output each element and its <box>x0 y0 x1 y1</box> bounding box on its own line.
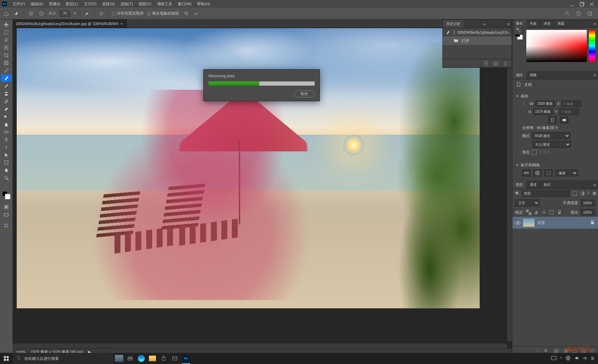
taskbar-search[interactable]: 在此键入以进行搜索 <box>13 353 113 364</box>
restore-button[interactable] <box>579 1 584 6</box>
tab-adjustments[interactable]: 调整 <box>526 71 540 79</box>
history-brush-tool[interactable] <box>1 97 11 105</box>
panel-menu-icon[interactable]: ≡ <box>592 73 598 77</box>
network-icon[interactable] <box>565 355 571 362</box>
eraser-tool[interactable] <box>1 105 11 112</box>
guides-icon[interactable] <box>544 169 553 176</box>
menu-window[interactable]: 窗口(W) <box>175 0 195 8</box>
mail-icon[interactable] <box>169 353 180 364</box>
marquee-tool[interactable] <box>1 29 11 36</box>
input-indicator-icon[interactable] <box>551 355 557 362</box>
edit-toolbar-icon[interactable]: ⋯ <box>1 185 11 190</box>
orientation-portrait[interactable] <box>548 117 557 124</box>
store-icon[interactable] <box>158 353 169 364</box>
tab-gradients[interactable]: 渐变 <box>540 19 554 27</box>
width-input[interactable] <box>535 101 555 107</box>
menu-edit[interactable]: 编辑(E) <box>28 0 46 8</box>
photoshop-taskbar-icon[interactable]: Ps <box>180 353 191 364</box>
panel-menu-icon[interactable]: ≡ <box>592 183 598 187</box>
pen-tool[interactable] <box>1 136 11 143</box>
path-select-tool[interactable] <box>1 151 11 158</box>
depth-select[interactable]: 8 位/通道 <box>533 141 571 148</box>
grid-icon[interactable] <box>533 169 542 176</box>
height-input[interactable] <box>533 109 553 115</box>
menu-view[interactable]: 视图(V) <box>136 0 154 8</box>
orientation-landscape[interactable] <box>560 117 568 124</box>
gradient-tool[interactable] <box>1 113 11 120</box>
menu-select[interactable]: 选择(S) <box>99 0 118 8</box>
minimize-button[interactable] <box>569 1 574 6</box>
quick-select-tool[interactable] <box>1 44 11 51</box>
close-button[interactable] <box>589 1 594 6</box>
type-tool[interactable]: T <box>1 143 11 151</box>
filter-pixel-icon[interactable] <box>572 191 577 196</box>
zoom-tool[interactable] <box>1 174 11 181</box>
menu-plugins[interactable]: 增效工具 <box>154 0 175 8</box>
brush-tool[interactable] <box>1 82 11 89</box>
layer-filter-input[interactable] <box>522 190 570 197</box>
cc-libraries-icon[interactable] <box>1 222 11 229</box>
rulers-section-header[interactable]: ▼标尺和网格 <box>516 163 595 168</box>
hand-tool[interactable] <box>1 166 11 174</box>
panel-menu-icon[interactable]: ≡ <box>592 22 598 26</box>
layer-row[interactable]: 背景 <box>512 217 598 229</box>
fill-swatch[interactable] <box>532 150 537 155</box>
gear-icon[interactable] <box>98 10 105 17</box>
link-icon[interactable] <box>522 101 528 107</box>
tab-layers[interactable]: 图层 <box>512 181 526 189</box>
y-input[interactable] <box>559 109 579 115</box>
filter-search-icon[interactable]: 🔍 <box>515 191 520 196</box>
menu-file[interactable]: 文件(F) <box>10 0 28 8</box>
lasso-tool[interactable] <box>1 36 11 43</box>
dodge-tool[interactable] <box>1 128 11 135</box>
menu-type[interactable]: 文字(Y) <box>81 0 100 8</box>
screen-mode-tool[interactable] <box>1 211 11 218</box>
close-icon[interactable]: × <box>120 22 123 26</box>
tab-channels[interactable]: 通道 <box>526 181 540 189</box>
start-button[interactable] <box>0 353 13 364</box>
tray-chevron-icon[interactable]: ^ <box>560 356 562 361</box>
explorer-icon[interactable] <box>147 353 158 364</box>
tab-paths[interactable]: 路径 <box>540 181 554 189</box>
volume-icon[interactable] <box>574 355 580 362</box>
taskbar-app-1[interactable] <box>113 353 125 364</box>
ime-mode[interactable]: 英 <box>591 356 595 361</box>
menu-image[interactable]: 图像(I) <box>46 0 63 8</box>
quick-mask-tool[interactable] <box>1 203 11 211</box>
lock-all-icon[interactable] <box>557 209 562 215</box>
tab-patterns[interactable]: 图案 <box>554 19 568 27</box>
shape-tool[interactable] <box>1 159 11 166</box>
new-document-icon[interactable] <box>483 61 489 66</box>
remove-tool[interactable] <box>1 74 11 82</box>
color-spectrum[interactable] <box>526 30 587 62</box>
sample-all-layers-checkbox[interactable]: 对所有图层取样 <box>112 11 144 16</box>
size-input[interactable] <box>60 10 70 17</box>
lock-pixels-icon[interactable] <box>534 209 539 215</box>
tool-preset-icon[interactable] <box>13 10 20 17</box>
crop-tool[interactable] <box>1 52 11 59</box>
menu-help[interactable]: 帮助(H) <box>194 0 213 8</box>
cancel-button[interactable]: 取消 <box>294 90 315 97</box>
filter-type-icon[interactable]: T <box>587 191 590 196</box>
opacity-input[interactable] <box>581 200 595 206</box>
filter-adjust-icon[interactable] <box>580 191 585 196</box>
color-swatch-tool[interactable] <box>1 190 11 200</box>
brush-settings-icon[interactable] <box>84 10 91 17</box>
filter-shape-icon[interactable] <box>592 191 597 196</box>
workspace-icon[interactable] <box>586 10 593 17</box>
tab-history[interactable]: 历史记录 <box>443 20 464 28</box>
trash-icon[interactable] <box>503 61 508 66</box>
menu-filter[interactable]: 滤镜(T) <box>118 0 136 8</box>
collapse-icon[interactable]: » <box>481 22 488 26</box>
home-icon[interactable] <box>3 10 10 17</box>
visibility-icon[interactable] <box>515 220 520 225</box>
move-tool[interactable] <box>1 21 11 28</box>
edge-icon[interactable] <box>136 353 147 364</box>
size-dropdown[interactable]: ▼ <box>73 12 76 15</box>
ruler-unit-select[interactable]: 像素 <box>556 169 578 176</box>
history-state[interactable]: 打开 <box>443 37 512 45</box>
tab-swatches[interactable]: 色板 <box>526 19 540 27</box>
search-icon[interactable] <box>564 10 571 17</box>
mode-select[interactable]: RGB 颜色 <box>532 132 570 139</box>
hue-slider[interactable] <box>589 30 595 62</box>
